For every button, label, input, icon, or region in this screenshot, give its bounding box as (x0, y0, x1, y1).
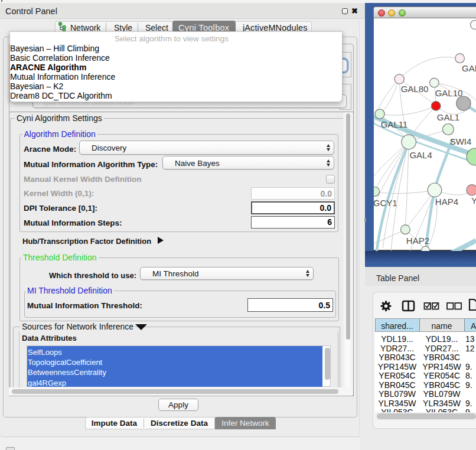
svg-text:GAL80: GAL80 (401, 84, 429, 94)
svg-text:GCY1: GCY1 (374, 198, 397, 208)
svg-text:GAL1: GAL1 (437, 112, 459, 122)
svg-text:GAL11: GAL11 (381, 119, 408, 129)
svg-text:SWI4: SWI4 (450, 136, 472, 146)
svg-text:GAL4: GAL4 (409, 150, 432, 160)
svg-text:GAL: GAL (462, 63, 476, 73)
svg-text:Y: Y (471, 195, 476, 206)
svg-text:HAP2: HAP2 (406, 236, 429, 246)
svg-text:GAL10: GAL10 (435, 88, 463, 98)
svg-text:HAP4: HAP4 (435, 197, 458, 207)
